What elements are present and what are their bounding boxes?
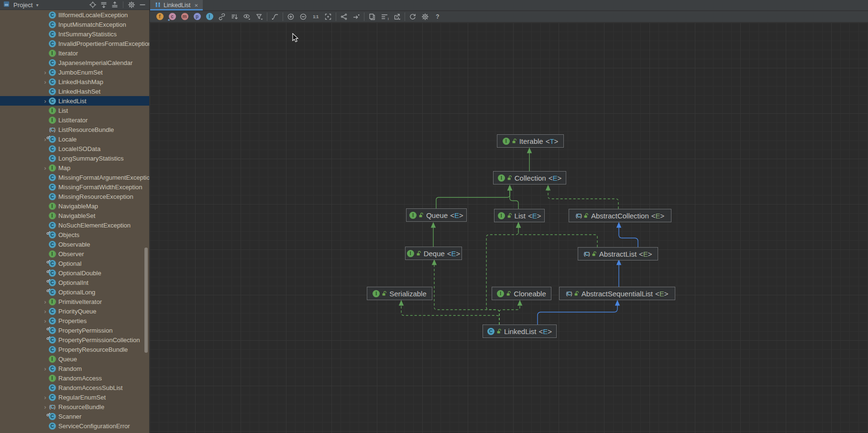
tree-item-navigablemap[interactable]: INavigableMap <box>0 201 149 211</box>
chevron-right-icon[interactable]: › <box>42 298 48 305</box>
properties-icon[interactable]: p <box>193 12 201 21</box>
visibility-icon[interactable] <box>242 12 251 21</box>
tree-item-map[interactable]: ›IMap <box>0 163 149 173</box>
tree-item-observable[interactable]: CObservable <box>0 239 149 249</box>
tree-item-serviceconfigurationerror[interactable]: CServiceConfigurationError <box>0 421 149 431</box>
tree-item-propertypermissioncollection[interactable]: CPropertyPermissionCollection <box>0 335 149 345</box>
tab-linkedlist[interactable]: LinkedList ✕ <box>150 0 203 11</box>
project-panel-title[interactable]: Project <box>13 1 33 9</box>
tree-item-properties[interactable]: ›CProperties <box>0 316 149 325</box>
tree-item-iterator[interactable]: IIterator <box>0 48 149 58</box>
dependencies-icon[interactable] <box>218 12 226 21</box>
tree-item-regularenumset[interactable]: ›CRegularEnumSet <box>0 392 149 402</box>
tree-item-primitiveiterator[interactable]: ›IPrimitiveIterator <box>0 297 149 306</box>
tree-item-illformedlocaleexception[interactable]: CIllformedLocaleException <box>0 10 149 20</box>
diagram-node-linkedList[interactable]: CLinkedList<E> <box>483 325 557 338</box>
tree-item-listiterator[interactable]: IListIterator <box>0 115 149 125</box>
diagram-node-iterable[interactable]: IIterable<T> <box>497 134 564 148</box>
tree-item-propertypermission[interactable]: CPropertyPermission <box>0 325 149 335</box>
fit-content-icon[interactable] <box>324 12 332 21</box>
tree-item-inputmismatchexception[interactable]: CInputMismatchException <box>0 20 149 29</box>
tree-item-observer[interactable]: IObserver <box>0 249 149 259</box>
edge-router-icon[interactable] <box>271 12 279 21</box>
tree-item-objects[interactable]: CObjects <box>0 230 149 239</box>
diagram-node-list[interactable]: IList<E> <box>494 209 545 222</box>
actual-size-icon[interactable]: 1:1 <box>311 12 320 21</box>
tree-item-linkedlist[interactable]: ›CLinkedList <box>0 96 149 106</box>
diagram-node-collection[interactable]: ICollection<E> <box>493 171 566 184</box>
tree-item-invalidpropertiesformatexception[interactable]: CInvalidPropertiesFormatException <box>0 39 149 48</box>
copy-diagram-icon[interactable] <box>368 12 376 21</box>
tree-item-randomaccess[interactable]: IRandomAccess <box>0 373 149 383</box>
diagram-node-queue[interactable]: IQueue<E> <box>406 208 467 222</box>
chevron-right-icon[interactable]: › <box>42 69 48 76</box>
tree-item-priorityqueue[interactable]: ›CPriorityQueue <box>0 306 149 316</box>
chevron-right-icon[interactable]: › <box>42 403 48 411</box>
diagram-canvas[interactable]: IIterable<T>ICollection<E>IQueue<E>IList… <box>150 22 868 433</box>
refresh-icon[interactable] <box>408 12 417 21</box>
edge-labels-icon[interactable]: I <box>380 12 389 21</box>
tree-item-optionaldouble[interactable]: COptionalDouble <box>0 268 149 278</box>
layout-icon[interactable] <box>340 12 348 21</box>
tree-item-list[interactable]: IList <box>0 106 149 115</box>
tree-item-jumboenumset[interactable]: ›CJumboEnumSet <box>0 67 149 77</box>
tree-item-optionallong[interactable]: COptionalLong <box>0 287 149 297</box>
methods-icon[interactable]: m <box>180 12 189 21</box>
chevron-right-icon[interactable]: › <box>42 365 48 372</box>
diagram-node-deque[interactable]: IDeque<E> <box>405 247 462 260</box>
chevron-right-icon[interactable]: › <box>42 394 48 401</box>
project-window-icon[interactable] <box>3 0 10 9</box>
goto-source-icon[interactable] <box>352 12 361 21</box>
settings-icon[interactable] <box>421 12 429 21</box>
tree-scrollbar-thumb[interactable] <box>144 248 148 353</box>
tree-item-navigableset[interactable]: INavigableSet <box>0 211 149 220</box>
chevron-right-icon[interactable]: › <box>42 164 48 172</box>
tree-item-propertyresourcebundle[interactable]: CPropertyResourceBundle <box>0 345 149 354</box>
tree-item-optionalint[interactable]: COptionalInt <box>0 278 149 287</box>
chevron-right-icon[interactable]: › <box>42 78 48 86</box>
tree-item-missingformatwidthexception[interactable]: CMissingFormatWidthException <box>0 182 149 192</box>
tree-item-linkedhashmap[interactable]: ›CLinkedHashMap <box>0 77 149 87</box>
export-icon[interactable] <box>393 12 401 21</box>
fields-icon[interactable]: f <box>155 12 164 21</box>
diagram-node-cloneable[interactable]: ICloneable <box>492 287 551 300</box>
chevron-right-icon[interactable]: › <box>42 97 48 105</box>
tree-item-listresourcebundle[interactable]: (C)ListResourceBundle <box>0 125 149 134</box>
collapse-all-icon[interactable] <box>111 1 119 9</box>
tree-item-locale[interactable]: ›CLocale <box>0 134 149 144</box>
expand-all-icon[interactable] <box>100 1 108 9</box>
tree-item-nosuchelementexception[interactable]: CNoSuchElementException <box>0 220 149 230</box>
tree-item-intsummarystatistics[interactable]: CIntSummaryStatistics <box>0 29 149 39</box>
inner-classes-icon[interactable]: I <box>205 12 214 21</box>
close-icon[interactable]: ✕ <box>194 3 198 8</box>
sort-icon[interactable] <box>230 12 239 21</box>
tree-item-queue[interactable]: IQueue <box>0 354 149 364</box>
help-icon[interactable]: ? <box>433 12 442 21</box>
diagram-node-abstractCollection[interactable]: (C)AbstractCollection<E> <box>569 209 671 222</box>
chevron-right-icon[interactable]: › <box>42 317 48 325</box>
tree-item-missingresourceexception[interactable]: CMissingResourceException <box>0 192 149 201</box>
zoom-in-icon[interactable] <box>286 12 295 21</box>
tree-item-random[interactable]: ›CRandom <box>0 364 149 373</box>
diagram-node-serializable[interactable]: ISerializable <box>367 287 432 300</box>
zoom-out-icon[interactable] <box>299 12 308 21</box>
inner-classes-icon: I <box>206 13 213 20</box>
tree-item-optional[interactable]: COptional <box>0 259 149 268</box>
chevron-right-icon[interactable]: › <box>42 308 48 315</box>
settings-icon[interactable] <box>128 1 135 9</box>
tree-item-resourcebundle[interactable]: ›(C)ResourceBundle <box>0 402 149 411</box>
tree-item-missingformatargumentexception[interactable]: CMissingFormatArgumentException <box>0 173 149 182</box>
scope-filter-icon[interactable] <box>255 12 264 21</box>
tree-item-randomaccesssublist[interactable]: CRandomAccessSubList <box>0 383 149 392</box>
diagram-node-abstractList[interactable]: (C)AbstractList<E> <box>578 247 658 260</box>
hide-icon[interactable] <box>139 1 146 9</box>
tree-item-linkedhashset[interactable]: CLinkedHashSet <box>0 87 149 96</box>
tree-item-localeisodata[interactable]: CLocaleISOData <box>0 144 149 153</box>
tree-item-japaneseimperialcalendar[interactable]: CJapaneseImperialCalendar <box>0 58 149 67</box>
tree-item-longsummarystatistics[interactable]: CLongSummaryStatistics <box>0 153 149 163</box>
diagram-node-abstractSequentialList[interactable]: (C)AbstractSequentialList<E> <box>559 287 675 300</box>
chevron-down-icon[interactable]: ▾ <box>36 2 38 8</box>
locate-icon[interactable] <box>89 1 97 9</box>
tree-item-scanner[interactable]: CScanner <box>0 411 149 421</box>
constructors-icon[interactable]: c★ <box>168 12 176 21</box>
